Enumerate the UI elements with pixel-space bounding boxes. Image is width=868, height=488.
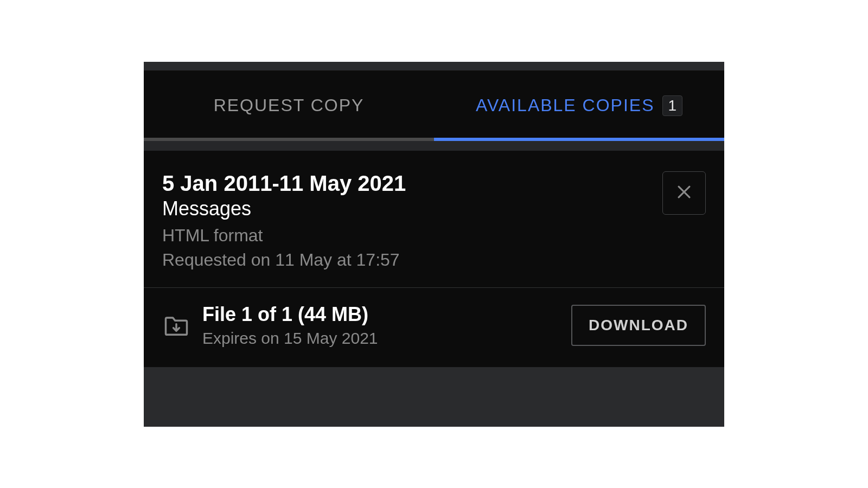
tab-underline-active <box>434 138 724 141</box>
copy-requested-on: Requested on 11 May at 17:57 <box>162 250 662 270</box>
divider-strip <box>144 141 724 151</box>
copy-date-range: 5 Jan 2011-11 May 2021 <box>162 171 662 195</box>
tab-underline-inactive <box>144 138 434 141</box>
close-button[interactable] <box>662 171 706 215</box>
download-button[interactable]: DOWNLOAD <box>571 305 706 346</box>
copy-info: 5 Jan 2011-11 May 2021 Messages HTML for… <box>162 171 662 270</box>
folder-download-icon <box>162 311 190 339</box>
tab-available-copies[interactable]: AVAILABLE COPIES 1 <box>434 70 724 141</box>
available-copies-count-badge: 1 <box>662 95 683 116</box>
tab-request-copy-label: REQUEST COPY <box>214 95 365 115</box>
close-icon <box>675 183 693 203</box>
tab-request-copy[interactable]: REQUEST COPY <box>144 70 434 141</box>
top-strip <box>144 62 724 70</box>
file-row: File 1 of 1 (44 MB) Expires on 15 May 20… <box>144 288 724 367</box>
stage: REQUEST COPY AVAILABLE COPIES 1 5 Jan 20… <box>0 0 868 488</box>
copy-card: 5 Jan 2011-11 May 2021 Messages HTML for… <box>144 151 724 367</box>
bottom-gap <box>144 367 724 427</box>
file-text: File 1 of 1 (44 MB) Expires on 15 May 20… <box>202 303 571 348</box>
copy-header: 5 Jan 2011-11 May 2021 Messages HTML for… <box>144 151 724 288</box>
file-expiry: Expires on 15 May 2021 <box>202 329 571 348</box>
file-title: File 1 of 1 (44 MB) <box>202 303 571 326</box>
panel: REQUEST COPY AVAILABLE COPIES 1 5 Jan 20… <box>144 62 724 427</box>
copy-format: HTML format <box>162 226 662 246</box>
tab-available-copies-label: AVAILABLE COPIES <box>476 95 655 115</box>
copy-category: Messages <box>162 197 662 220</box>
tabs: REQUEST COPY AVAILABLE COPIES 1 <box>144 70 724 141</box>
